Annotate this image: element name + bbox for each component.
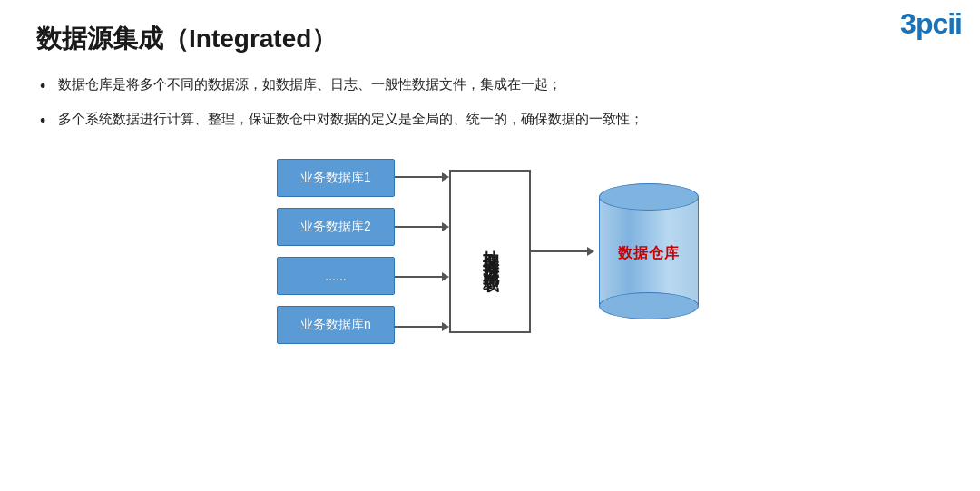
etl-box: 抽取转换清洗加载 (449, 170, 531, 333)
cylinder-bottom (599, 292, 699, 319)
arrow-head (442, 272, 449, 281)
warehouse-cylinder: 数据仓库 (594, 174, 703, 329)
etl-label: 抽取转换清洗加载 (480, 237, 500, 266)
source-box-1: 业务数据库1 (277, 159, 395, 197)
bullet-list: 数据仓库是将多个不同的数据源，如数据库、日志、一般性数据文件，集成在一起； 多个… (36, 73, 944, 130)
arrows-left-group (395, 152, 449, 351)
logo: 3pcii (900, 7, 962, 41)
bullet-item-1: 数据仓库是将多个不同的数据源，如数据库、日志、一般性数据文件，集成在一起； (36, 73, 944, 96)
page-title: 数据源集成（Integrated） (36, 22, 944, 56)
arrow-shaft (395, 276, 442, 278)
arrow-line-3 (395, 272, 449, 281)
arrow-right (531, 247, 594, 256)
arrow-line-2 (395, 222, 449, 231)
page-container: 3pcii 数据源集成（Integrated） 数据仓库是将多个不同的数据源，如… (0, 0, 980, 491)
source-box-4: 业务数据库n (277, 306, 395, 344)
warehouse-label: 数据仓库 (618, 244, 680, 263)
arrow-head (442, 322, 449, 331)
arrow-line-4 (395, 322, 449, 331)
arrow-shaft-right (531, 250, 587, 252)
arrow-head-right (587, 247, 594, 256)
arrow-head (442, 172, 449, 182)
bullet-item-2: 多个系统数据进行计算、整理，保证数仓中对数据的定义是全局的、统一的，确保数据的一… (36, 107, 944, 131)
source-box-2: 业务数据库2 (277, 208, 395, 246)
diagram-area: 业务数据库1 业务数据库2 ...... 业务数据库n (36, 152, 944, 351)
arrow-shaft (395, 326, 442, 328)
source-boxes: 业务数据库1 业务数据库2 ...... 业务数据库n (277, 159, 395, 344)
cylinder-shape: 数据仓库 (599, 183, 699, 319)
arrow-line-1 (395, 172, 449, 182)
source-box-3: ...... (277, 257, 395, 295)
arrow-shaft (395, 176, 442, 178)
arrow-shaft (395, 226, 442, 228)
arrow-head (442, 222, 449, 231)
cylinder-top (599, 183, 699, 211)
